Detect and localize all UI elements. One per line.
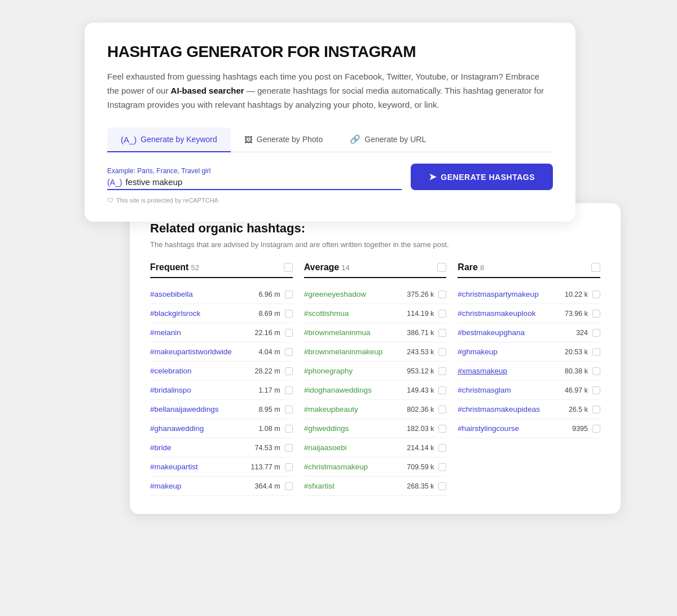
row-checkbox[interactable]	[592, 310, 600, 318]
row-checkbox[interactable]	[285, 291, 293, 298]
hashtag-link[interactable]: #bridalinspo	[150, 386, 191, 394]
hashtag-link[interactable]: #ghweddings	[304, 424, 349, 433]
list-item: #bride74.53 m	[150, 438, 293, 457]
generator-card: HASHTAG GENERATOR FOR INSTAGRAM Feel exh…	[85, 23, 575, 222]
list-item: #brownmelaninmakeup243.53 k	[304, 342, 447, 362]
hashtag-link[interactable]: #bestmakeupghana	[458, 328, 525, 337]
hashtag-link[interactable]: #brownmelaninmua	[304, 328, 371, 337]
row-checkbox[interactable]	[592, 406, 600, 413]
hashtag-link[interactable]: #celebration	[150, 367, 192, 375]
hashtag-link[interactable]: #scottishmua	[304, 309, 349, 318]
row-checkbox[interactable]	[438, 425, 446, 433]
hashtag-link[interactable]: #hairstylingcourse	[458, 424, 519, 433]
row-checkbox[interactable]	[592, 329, 600, 337]
hashtag-count: 26.5 k	[556, 406, 588, 413]
hashtag-count: 364.4 m	[249, 482, 280, 490]
row-checkbox[interactable]	[438, 482, 446, 490]
keyword-input-icon: (A_)	[107, 178, 122, 187]
column-average: Average 14 #greeneyeshadow375.26 k #scot…	[304, 262, 447, 496]
hashtag-link[interactable]: #makeupbeauty	[304, 405, 358, 413]
hashtag-link[interactable]: #christmaspartymakeup	[458, 290, 538, 298]
row-checkbox[interactable]	[592, 386, 600, 394]
generate-button[interactable]: ➤ GENERATE HASHTAGS	[411, 164, 553, 190]
row-checkbox[interactable]	[285, 444, 293, 452]
hashtag-link[interactable]: #phonegraphy	[304, 367, 353, 375]
hashtag-link[interactable]: #naijaasoebi	[304, 443, 347, 452]
col-select-all-rare[interactable]	[591, 263, 600, 272]
list-item: #asoebibella6.96 m	[150, 285, 293, 304]
row-checkbox[interactable]	[592, 425, 600, 433]
hashtag-link[interactable]: #makeupartist	[150, 463, 198, 471]
hashtag-count: 113.77 m	[249, 463, 280, 471]
row-checkbox[interactable]	[592, 367, 600, 375]
row-checkbox[interactable]	[285, 463, 293, 471]
hashtag-count: 28.22 m	[249, 367, 280, 375]
hashtag-link[interactable]: #christmasmakeupideas	[458, 405, 540, 413]
col-select-all-frequent[interactable]	[284, 263, 293, 272]
results-title: Related organic hashtags:	[150, 221, 600, 236]
column-rare: Rare 8 #christmaspartymakeup10.22 k #chr…	[458, 262, 600, 496]
row-checkbox[interactable]	[438, 386, 446, 394]
hashtag-count: 953.12 k	[402, 367, 434, 375]
hashtag-link[interactable]: #ghmakeup	[458, 347, 498, 356]
row-checkbox[interactable]	[285, 386, 293, 394]
row-checkbox[interactable]	[285, 310, 293, 318]
row-checkbox[interactable]	[285, 348, 293, 356]
row-checkbox[interactable]	[438, 406, 446, 413]
hashtag-link[interactable]: #xmasmakeup	[458, 367, 507, 375]
list-item: #melanin22.16 m	[150, 323, 293, 342]
hashtag-count: 268.35 k	[402, 482, 434, 490]
list-item: #xmasmakeup80.38 k	[458, 362, 600, 381]
hashtag-link[interactable]: #blackgirlsrock	[150, 309, 200, 318]
hashtag-link[interactable]: #sfxartist	[304, 482, 335, 490]
tab-keyword[interactable]: (A_) Generate by Keyword	[107, 127, 231, 152]
row-checkbox[interactable]	[438, 291, 446, 298]
tab-photo[interactable]: 🖼 Generate by Photo	[231, 127, 337, 152]
tab-url[interactable]: 🔗 Generate by URL	[336, 127, 439, 152]
hashtag-link[interactable]: #asoebibella	[150, 290, 193, 298]
keyword-input[interactable]	[125, 177, 401, 187]
row-checkbox[interactable]	[438, 444, 446, 452]
hashtag-link[interactable]: #christmasmakeup	[304, 463, 368, 471]
hashtag-link[interactable]: #brownmelaninmakeup	[304, 347, 383, 356]
tab-keyword-label: Generate by Keyword	[140, 135, 217, 144]
list-item: #celebration28.22 m	[150, 362, 293, 381]
hashtag-count: 1.17 m	[249, 386, 280, 394]
hashtag-link[interactable]: #melanin	[150, 328, 181, 337]
row-checkbox[interactable]	[438, 348, 446, 356]
col-header-frequent: Frequent 52	[150, 262, 293, 278]
col-count-average: 14	[341, 263, 349, 272]
list-item: #scottishmua114.19 k	[304, 304, 447, 323]
row-checkbox[interactable]	[592, 291, 600, 298]
list-item: #greeneyeshadow375.26 k	[304, 285, 447, 304]
hashtag-count: 214.14 k	[402, 444, 434, 452]
hashtag-count: 386.71 k	[402, 329, 434, 337]
col-select-all-average[interactable]	[437, 263, 446, 272]
col-title-rare: Rare 8	[458, 262, 484, 272]
row-checkbox[interactable]	[285, 329, 293, 337]
row-checkbox[interactable]	[438, 310, 446, 318]
row-checkbox[interactable]	[285, 367, 293, 375]
hashtag-link[interactable]: #makeup	[150, 482, 182, 490]
hashtag-link[interactable]: #idoghanaweddings	[304, 386, 372, 394]
list-item: #idoghanaweddings149.43 k	[304, 381, 447, 400]
page-title: HASHTAG GENERATOR FOR INSTAGRAM	[107, 43, 553, 61]
hashtag-link[interactable]: #makeupartistworldwide	[150, 347, 232, 356]
hashtag-count: 22.16 m	[249, 329, 280, 337]
hashtag-link[interactable]: #greeneyeshadow	[304, 290, 366, 298]
hashtag-link[interactable]: #christmasglam	[458, 386, 511, 394]
row-checkbox[interactable]	[438, 463, 446, 471]
list-item: #phonegraphy953.12 k	[304, 362, 447, 381]
row-checkbox[interactable]	[285, 425, 293, 433]
hashtag-link[interactable]: #christmasmakeuplook	[458, 309, 535, 318]
row-checkbox[interactable]	[438, 367, 446, 375]
hashtag-count: 149.43 k	[402, 386, 434, 394]
row-checkbox[interactable]	[592, 348, 600, 356]
row-checkbox[interactable]	[285, 482, 293, 490]
hashtag-count: 375.26 k	[402, 291, 434, 298]
hashtag-link[interactable]: #ghanawedding	[150, 424, 204, 433]
row-checkbox[interactable]	[285, 406, 293, 413]
hashtag-link[interactable]: #bride	[150, 443, 172, 452]
hashtag-link[interactable]: #bellanaijaweddings	[150, 405, 219, 413]
row-checkbox[interactable]	[438, 329, 446, 337]
